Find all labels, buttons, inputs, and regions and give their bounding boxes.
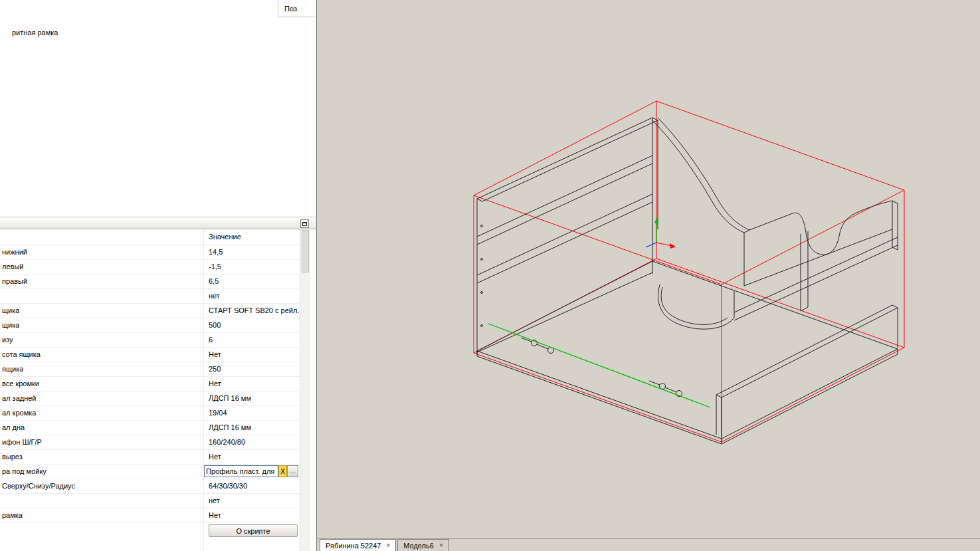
property-value: Нет <box>209 511 221 519</box>
property-row[interactable]: вырезНет <box>0 450 300 465</box>
property-value: СТАРТ SOFT SB20 с рейл... <box>209 306 304 314</box>
property-name: левый <box>2 263 23 271</box>
document-tabs: Рябинина 52247×Модель6× <box>320 539 450 551</box>
property-name: вырез <box>2 453 23 461</box>
property-name: Сверху/Снизу/Радиус <box>2 482 75 490</box>
property-name: ал кромка <box>2 409 36 417</box>
property-value: 500 <box>209 321 221 329</box>
property-name: щика <box>2 321 19 329</box>
property-value: нет <box>209 292 220 300</box>
property-row[interactable]: правый6,5 <box>0 275 300 289</box>
property-row[interactable]: изу6 <box>0 333 300 348</box>
property-row[interactable]: щика500 <box>0 318 300 333</box>
value-column-header: Значение <box>209 233 241 241</box>
tab-close-icon[interactable]: × <box>439 542 443 549</box>
property-value: Нет <box>209 350 221 358</box>
document-tab[interactable]: Модель6× <box>397 539 448 551</box>
gabarit-frame-lines <box>474 101 904 442</box>
property-value: 250 <box>209 365 221 373</box>
property-value: 14,5 <box>209 248 223 256</box>
position-column-label: Поз. <box>284 5 299 13</box>
property-value: нет <box>209 496 220 504</box>
property-row[interactable]: щикаСТАРТ SOFT SB20 с рейл... <box>0 304 300 318</box>
properties-header-row: Значение <box>0 229 300 245</box>
property-value: Нет <box>209 453 221 461</box>
property-value: Нет <box>209 380 221 387</box>
property-name: ал дна <box>2 423 25 431</box>
property-name: рамка <box>2 511 23 519</box>
properties-panel: Значение нижний14,5левый-1,5правый6,5нет… <box>0 229 300 551</box>
property-value: 6,5 <box>209 277 219 285</box>
axis-triad-icon <box>646 218 676 249</box>
tree-item-gabarit-frame[interactable]: ритная рамка <box>12 29 58 37</box>
property-row[interactable]: ал заднейЛДСП 16 мм <box>0 391 300 406</box>
application-window: Поз. ритная рамка Значение нижний14,5лев… <box>0 0 980 551</box>
property-row[interactable]: нет <box>0 289 300 304</box>
tab-label: Рябинина 52247 <box>326 542 381 550</box>
tab-label: Модель6 <box>403 542 434 550</box>
value-editor: Х... <box>204 465 298 477</box>
property-name: ра под мойку <box>2 467 47 475</box>
left-dock-column: Поз. ритная рамка Значение нижний14,5лев… <box>0 0 317 551</box>
about-script-button[interactable]: О скрипте <box>209 524 298 537</box>
expression-button[interactable]: Х <box>278 465 287 477</box>
property-value: 160/240/80 <box>209 438 245 446</box>
property-row[interactable]: ифон Ш/Г/Р160/240/80 <box>0 435 300 450</box>
scrollbar-thumb[interactable] <box>302 230 309 273</box>
property-name: правый <box>2 277 27 285</box>
property-rows: нижний14,5левый-1,5правый6,5нетщикаСТАРТ… <box>0 245 300 523</box>
property-value: 19/04 <box>209 409 227 417</box>
model-viewport[interactable]: Рябинина 52247×Модель6× <box>317 0 980 551</box>
property-row[interactable]: сота ящикаНет <box>0 348 300 362</box>
property-row[interactable]: ящика250 <box>0 362 300 377</box>
property-value: -1,5 <box>209 263 221 271</box>
structure-panel: Поз. ритная рамка <box>0 0 316 217</box>
browse-button[interactable]: ... <box>287 465 298 477</box>
property-row[interactable]: все кромкиНет <box>0 377 300 391</box>
property-row[interactable]: рамкаНет <box>0 508 300 523</box>
property-name: щика <box>2 306 19 314</box>
property-row[interactable]: ал днаЛДСП 16 мм <box>0 421 300 435</box>
property-name: сота ящика <box>2 350 41 358</box>
property-name: все кромки <box>2 380 39 387</box>
property-name: ал задней <box>2 394 37 402</box>
property-value: ЛДСП 16 мм <box>209 394 251 402</box>
model-wireframe-canvas <box>317 0 980 551</box>
properties-scrollbar[interactable] <box>300 229 310 551</box>
property-name: изу <box>2 336 13 344</box>
property-row[interactable]: левый-1,5 <box>0 260 300 275</box>
script-button-row: О скрипте <box>0 523 300 539</box>
property-value: 6 <box>209 336 213 344</box>
property-row[interactable]: ра под мойкуХ... <box>0 465 300 479</box>
property-name: ифон Ш/Г/Р <box>2 438 42 446</box>
document-tab[interactable]: Рябинина 52247× <box>320 539 396 551</box>
property-name: ящика <box>2 365 23 373</box>
property-row[interactable]: нет <box>0 494 300 508</box>
property-name: нижний <box>2 248 27 256</box>
position-column-header: Поз. <box>278 0 316 17</box>
drawer-wireframe <box>477 118 898 444</box>
panel-splitter-bar[interactable] <box>0 217 316 229</box>
tab-close-icon[interactable]: × <box>386 542 390 549</box>
property-row[interactable]: ал кромка19/04 <box>0 406 300 421</box>
property-value: 64/30/30/30 <box>209 482 247 490</box>
restore-window-button[interactable] <box>300 219 309 228</box>
property-value: ЛДСП 16 мм <box>209 423 251 431</box>
restore-window-icon <box>302 222 307 226</box>
property-row[interactable]: Сверху/Снизу/Радиус64/30/30/30 <box>0 479 300 494</box>
document-tabbar: Рябинина 52247×Модель6× <box>317 538 980 551</box>
property-row[interactable]: нижний14,5 <box>0 245 300 260</box>
value-editor-input[interactable] <box>204 465 278 477</box>
